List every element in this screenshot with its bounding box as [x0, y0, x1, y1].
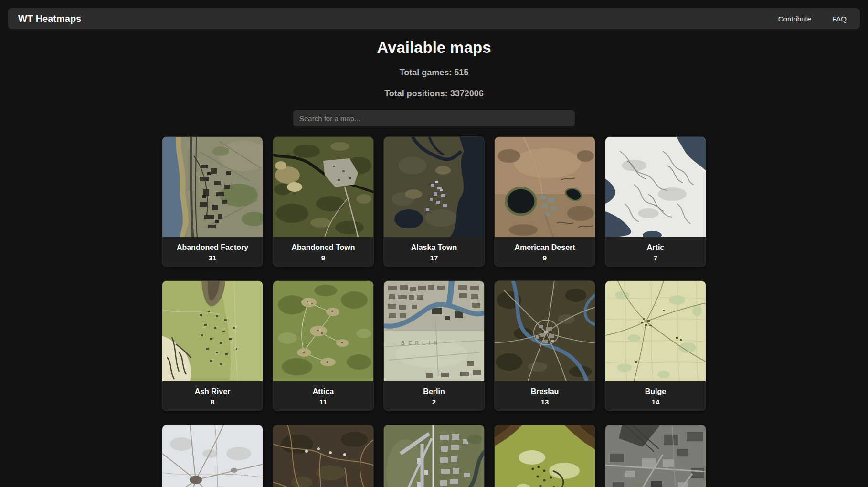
card-label: Abandoned Factory 31: [162, 237, 263, 263]
nav-links: Contribute FAQ: [778, 15, 847, 23]
card-label: Attica 11: [273, 381, 373, 407]
map-thumbnail: [273, 137, 374, 237]
map-name: Artic: [605, 243, 706, 252]
map-name: Berlin: [384, 387, 484, 396]
map-name: Bulge: [605, 387, 706, 396]
map-card-partial-4[interactable]: [494, 425, 595, 487]
map-thumbnail: [495, 281, 595, 381]
maps-grid: Abandoned Factory 31: [162, 136, 706, 487]
brand-title[interactable]: WT Heatmaps: [18, 13, 81, 24]
map-thumbnail: [273, 281, 374, 381]
navbar: WT Heatmaps Contribute FAQ: [8, 8, 860, 29]
map-thumbnail: [495, 137, 595, 237]
map-thumbnail: [162, 425, 263, 487]
svg-text:BERLIN: BERLIN: [401, 340, 441, 346]
map-card-attica[interactable]: Attica 11: [273, 280, 374, 411]
map-thumbnail: [605, 425, 706, 487]
map-thumbnail: [273, 425, 374, 487]
nav-link-faq[interactable]: FAQ: [832, 15, 847, 23]
map-count: 9: [495, 253, 595, 263]
card-label: Breslau 13: [495, 381, 595, 407]
map-thumbnail: [384, 137, 485, 237]
map-card-abandoned-factory[interactable]: Abandoned Factory 31: [162, 136, 263, 267]
map-thumbnail: [605, 281, 706, 381]
total-games: Total games: 515: [0, 68, 868, 78]
nav-link-contribute[interactable]: Contribute: [778, 15, 811, 23]
map-card-ash-river[interactable]: Ash River 8: [162, 280, 263, 411]
map-count: 7: [605, 253, 706, 263]
main-content: Available maps Total games: 515 Total po…: [0, 29, 868, 487]
map-name: Attica: [273, 387, 373, 396]
map-card-berlin[interactable]: BERLIN Berlin 2: [383, 280, 485, 411]
map-thumbnail: [162, 281, 263, 381]
map-name: Abandoned Factory: [162, 243, 263, 252]
map-count: 31: [162, 253, 263, 263]
map-card-american-desert[interactable]: American Desert 9: [494, 136, 595, 267]
map-name: Alaska Town: [384, 243, 484, 252]
map-count: 11: [273, 397, 373, 407]
map-thumbnail: [162, 137, 263, 237]
card-label: Abandoned Town 9: [273, 237, 373, 263]
map-thumbnail: BERLIN: [384, 281, 485, 381]
map-card-partial-2[interactable]: [273, 425, 374, 487]
map-count: 13: [495, 397, 595, 407]
search-wrap: [0, 110, 868, 126]
page-title: Available maps: [0, 39, 868, 57]
total-positions: Total positions: 3372006: [0, 89, 868, 99]
map-card-abandoned-town[interactable]: Abandoned Town 9: [273, 136, 374, 267]
map-count: 8: [162, 397, 263, 407]
map-count: 9: [273, 253, 373, 263]
map-card-partial-1[interactable]: [162, 425, 263, 487]
card-label: American Desert 9: [495, 237, 595, 263]
map-count: 2: [384, 397, 484, 407]
search-input[interactable]: [293, 110, 575, 126]
card-label: Ash River 8: [162, 381, 263, 407]
map-name: Ash River: [162, 387, 263, 396]
map-card-partial-5[interactable]: [605, 425, 706, 487]
card-label: Alaska Town 17: [384, 237, 484, 263]
map-card-artic[interactable]: Artic 7: [605, 136, 706, 267]
map-card-bulge[interactable]: Bulge 14: [605, 280, 706, 411]
map-count: 17: [384, 253, 484, 263]
card-label: Berlin 2: [384, 381, 484, 407]
map-card-partial-3[interactable]: [383, 425, 485, 487]
map-card-alaska-town[interactable]: Alaska Town 17: [383, 136, 485, 267]
map-count: 14: [605, 397, 706, 407]
map-name: Breslau: [495, 387, 595, 396]
map-name: American Desert: [495, 243, 595, 252]
card-label: Bulge 14: [605, 381, 706, 407]
map-card-breslau[interactable]: Breslau 13: [494, 280, 595, 411]
map-thumbnail: [605, 137, 706, 237]
map-thumbnail: [495, 425, 595, 487]
card-label: Artic 7: [605, 237, 706, 263]
map-name: Abandoned Town: [273, 243, 373, 252]
map-thumbnail: [384, 425, 485, 487]
